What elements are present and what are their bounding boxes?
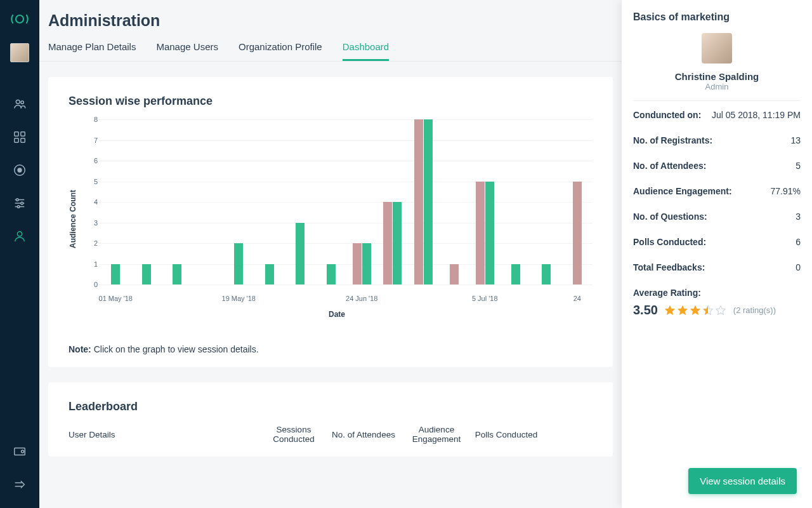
stat-label: No. of Registrants:	[633, 135, 712, 145]
presenter-role: Admin	[633, 82, 801, 91]
rating-stars	[664, 305, 726, 316]
bar-attendees[interactable]	[173, 264, 181, 285]
bar-attendees[interactable]	[327, 264, 336, 285]
leaderboard-card: Leaderboard User Details Sessions Conduc…	[48, 382, 613, 457]
tab-manage-plan[interactable]: Manage Plan Details	[48, 41, 136, 61]
session-chart[interactable]: 01234567801 May '1819 May '1824 Jun '185…	[81, 119, 593, 304]
stat-value: 77.91%	[771, 186, 801, 196]
stat-value: 13	[790, 135, 801, 145]
tab-org-profile[interactable]: Organization Profile	[239, 41, 322, 61]
bar-registrants[interactable]	[450, 264, 459, 285]
svg-point-12	[16, 199, 19, 201]
tab-dashboard[interactable]: Dashboard	[343, 41, 389, 61]
avg-rating-label: Average Rating:	[633, 288, 701, 298]
presenter-avatar	[702, 33, 732, 64]
user-avatar[interactable]	[10, 43, 29, 62]
stat-row: No. of Attendees:5	[633, 161, 801, 171]
stat-label: Audience Engagement:	[633, 186, 732, 196]
svg-point-0	[16, 15, 23, 23]
bar-registrants[interactable]	[573, 182, 582, 285]
stats-list: Conduncted on:Jul 05 2018, 11:19 PMNo. o…	[633, 110, 801, 288]
col-user-details: User Details	[69, 430, 259, 439]
bar-attendees[interactable]	[296, 223, 304, 285]
svg-point-13	[21, 202, 23, 204]
stat-row: No. of Questions:3	[633, 211, 801, 222]
stat-label: No. of Attendees:	[633, 161, 706, 171]
stat-value: 3	[796, 211, 801, 222]
presenter-name: Christine Spalding	[633, 71, 801, 82]
y-axis-label: Audience Count	[69, 190, 77, 248]
bar-attendees[interactable]	[485, 182, 494, 285]
session-card-title: Session wise performance	[69, 95, 593, 108]
svg-point-17	[22, 450, 24, 453]
stat-row: Conduncted on:Jul 05 2018, 11:19 PM	[633, 110, 801, 120]
col-engagement: Audience Engagement	[398, 425, 475, 444]
stat-value: 0	[796, 262, 801, 272]
bar-attendees[interactable]	[142, 264, 151, 285]
star-icon	[690, 305, 701, 316]
stat-label: No. of Questions:	[633, 211, 707, 222]
svg-point-14	[17, 206, 20, 208]
svg-rect-5	[15, 138, 18, 142]
tab-manage-users[interactable]: Manage Users	[156, 41, 218, 61]
svg-rect-6	[21, 138, 25, 142]
view-session-details-button[interactable]: View session details	[688, 468, 797, 494]
col-sessions: Sessions Conducted	[259, 425, 329, 444]
bar-registrants[interactable]	[383, 202, 392, 284]
stat-label: Conduncted on:	[633, 110, 701, 120]
bar-attendees[interactable]	[234, 243, 243, 284]
svg-rect-4	[21, 132, 25, 136]
star-icon	[715, 305, 726, 316]
stat-row: No. of Registrants:13	[633, 135, 801, 145]
presenter-profile: Christine Spalding Admin	[633, 33, 801, 101]
audience-icon[interactable]	[13, 97, 27, 111]
svg-point-2	[21, 101, 23, 104]
stat-row: Total Feedbacks:0	[633, 262, 801, 272]
star-icon	[702, 305, 714, 316]
bar-attendees[interactable]	[362, 243, 371, 284]
bar-attendees[interactable]	[265, 264, 274, 285]
svg-point-15	[17, 232, 22, 236]
stat-value: Jul 05 2018, 11:19 PM	[712, 110, 801, 120]
stat-value: 6	[796, 237, 801, 247]
x-axis-label: Date	[81, 310, 593, 319]
rating-row: 3.50 (2 rating(s))	[633, 303, 801, 318]
chart-note: Note: Click on the graph to view session…	[69, 344, 593, 354]
left-sidebar	[0, 0, 39, 508]
stat-row: Polls Conducted:6	[633, 237, 801, 247]
bar-attendees[interactable]	[511, 264, 520, 285]
session-performance-card: Session wise performance Audience Count …	[48, 77, 613, 367]
presentation-icon[interactable]	[13, 445, 27, 459]
svg-point-1	[16, 100, 20, 104]
bar-registrants[interactable]	[353, 243, 362, 284]
expand-icon[interactable]	[13, 478, 27, 492]
bar-registrants[interactable]	[476, 182, 485, 285]
sliders-icon[interactable]	[13, 196, 27, 210]
session-detail-panel: Basics of marketing Christine Spalding A…	[622, 0, 812, 508]
svg-rect-16	[15, 448, 25, 455]
svg-point-8	[17, 168, 22, 172]
user-icon[interactable]	[13, 229, 27, 243]
leaderboard-title: Leaderboard	[69, 400, 593, 413]
stat-label: Polls Conducted:	[633, 237, 706, 247]
rating-value: 3.50	[633, 303, 658, 318]
col-polls: Polls Conducted	[475, 430, 538, 439]
bar-attendees[interactable]	[111, 264, 120, 285]
star-icon	[677, 305, 688, 316]
rating-count: (2 rating(s))	[733, 305, 776, 315]
leaderboard-header: User Details Sessions Conducted No. of A…	[69, 425, 593, 444]
bar-attendees[interactable]	[393, 202, 402, 284]
stat-row: Audience Engagement:77.91%	[633, 186, 801, 196]
bar-attendees[interactable]	[542, 264, 551, 285]
col-attendees: No. of Attendees	[329, 430, 398, 439]
star-icon	[664, 305, 676, 316]
record-icon[interactable]	[13, 163, 27, 177]
stat-label: Total Feedbacks:	[633, 262, 705, 272]
bar-registrants[interactable]	[414, 119, 423, 284]
svg-rect-3	[15, 132, 18, 136]
bar-attendees[interactable]	[424, 119, 433, 284]
apps-icon[interactable]	[13, 130, 27, 144]
stat-value: 5	[796, 161, 801, 171]
logo-icon	[8, 8, 31, 30]
panel-title: Basics of marketing	[633, 11, 801, 23]
